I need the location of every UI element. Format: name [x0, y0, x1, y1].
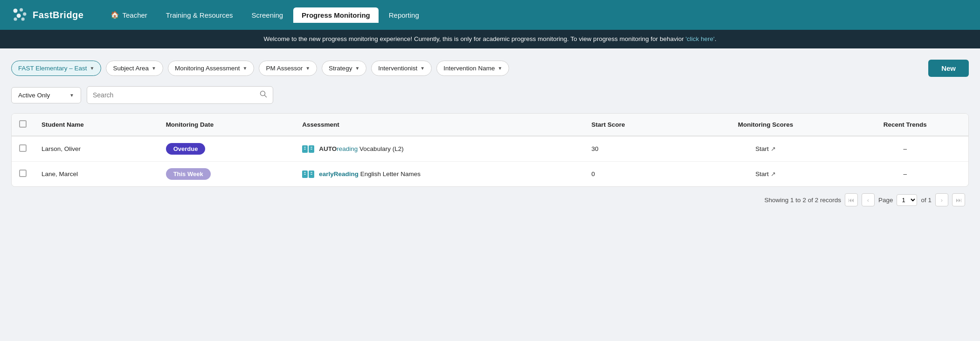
pm-chevron-down-icon: ▼ — [305, 66, 310, 71]
assessment-bold-label: AUTO — [319, 145, 337, 152]
assessment-bold-label: early — [319, 170, 334, 177]
table-row: Larson, OliverOverdue AUTOreading Vocabu… — [12, 136, 968, 162]
showing-text: Showing 1 to 2 of 2 records — [765, 197, 841, 204]
school-filter-dropdown[interactable]: FAST Elementary – East ▼ — [11, 61, 101, 76]
nav-progress-monitoring[interactable]: Progress Monitoring — [293, 7, 379, 23]
row-checkbox-cell — [12, 136, 34, 162]
monitoring-date-cell: This Week — [159, 162, 295, 187]
search-input[interactable] — [93, 91, 256, 99]
strategy-chevron-down-icon: ▼ — [355, 66, 359, 71]
search-box — [87, 86, 273, 104]
start-score-link[interactable]: Start ↗︎ — [697, 145, 835, 152]
nav-screening[interactable]: Screening — [243, 7, 292, 23]
monitoring-scores-cell: Start ↗︎ — [690, 136, 842, 162]
svg-line-7 — [265, 95, 267, 97]
assessment-colored-label: Reading — [334, 170, 359, 177]
col-header-monitoring-scores: Monitoring Scores — [690, 114, 842, 136]
monitoring-date-badge[interactable]: This Week — [166, 168, 211, 180]
monitoring-date-badge[interactable]: Overdue — [166, 143, 206, 155]
start-score-link[interactable]: Start ↗︎ — [697, 170, 835, 177]
pm-assessor-filter-dropdown[interactable]: PM Assessor ▼ — [259, 61, 317, 76]
col-header-start-score: Start Score — [584, 114, 690, 136]
nav-teacher[interactable]: 🏠 Teacher — [102, 7, 155, 23]
row-checkbox-cell — [12, 162, 34, 187]
start-score-cell: 0 — [584, 162, 690, 187]
filter-row: FAST Elementary – East ▼ Subject Area ▼ … — [11, 60, 969, 77]
external-link-icon: ↗︎ — [771, 145, 776, 152]
data-table: Student Name Monitoring Date Assessment … — [11, 113, 969, 187]
svg-point-1 — [20, 8, 23, 12]
last-page-button[interactable]: ⏭ — [952, 193, 965, 206]
monitoring-scores-cell: Start ↗︎ — [690, 162, 842, 187]
svg-rect-13 — [311, 149, 312, 150]
home-icon: 🏠 — [110, 11, 119, 19]
svg-rect-10 — [304, 147, 306, 148]
page-label: Page — [878, 197, 893, 204]
main-content: FAST Elementary – East ▼ Subject Area ▼ … — [0, 48, 980, 216]
monitoring-assessment-filter-dropdown[interactable]: Monitoring Assessment ▼ — [168, 61, 254, 76]
svg-rect-19 — [311, 174, 312, 175]
svg-rect-11 — [304, 149, 306, 150]
col-header-assessment: Assessment — [295, 114, 584, 136]
pagination-row: Showing 1 to 2 of 2 records ⏮ ‹ Page 1 o… — [11, 187, 969, 208]
select-all-header[interactable] — [12, 114, 34, 136]
student-name-cell: Larson, Oliver — [34, 136, 159, 162]
navbar: FastBridge 🏠 Teacher Training & Resource… — [0, 0, 980, 30]
interventionist-chevron-down-icon: ▼ — [420, 66, 425, 71]
brand-logo-icon — [11, 7, 28, 23]
next-page-button[interactable]: › — [935, 193, 948, 206]
first-page-button[interactable]: ⏮ — [845, 193, 858, 206]
prev-page-button[interactable]: ‹ — [862, 193, 875, 206]
monitoring-date-cell: Overdue — [159, 136, 295, 162]
new-button[interactable]: New — [928, 60, 969, 77]
assessment-cell: earlyReading English Letter Names — [295, 162, 584, 187]
nav-items: 🏠 Teacher Training & Resources Screening… — [102, 7, 969, 23]
col-header-monitoring-date: Monitoring Date — [159, 114, 295, 136]
assessment-detail: English Letter Names — [360, 170, 421, 177]
assessment-detail: Vocabulary (L2) — [359, 145, 404, 152]
assessment-colored-label: reading — [337, 145, 358, 152]
subject-chevron-down-icon: ▼ — [152, 66, 156, 71]
select-all-checkbox[interactable] — [19, 120, 27, 128]
nav-training[interactable]: Training & Resources — [158, 7, 242, 23]
recent-trends-cell: – — [842, 136, 968, 162]
auto-reading-icon — [302, 144, 315, 154]
col-header-recent-trends: Recent Trends — [842, 114, 968, 136]
svg-rect-17 — [304, 174, 306, 175]
brand-name: FastBridge — [33, 10, 83, 20]
page-select[interactable]: 1 — [897, 194, 917, 206]
svg-point-0 — [14, 9, 18, 13]
strategy-filter-dropdown[interactable]: Strategy ▼ — [322, 61, 366, 76]
row-checkbox[interactable] — [19, 144, 27, 152]
brand: FastBridge — [11, 7, 83, 23]
col-header-student-name: Student Name — [34, 114, 159, 136]
behavior-pm-link[interactable]: 'click here' — [685, 35, 714, 42]
svg-rect-12 — [311, 147, 312, 148]
external-link-icon: ↗︎ — [771, 170, 776, 177]
svg-point-3 — [17, 14, 21, 18]
table-row: Lane, MarcelThis Week earlyReading Engli… — [12, 162, 968, 187]
active-only-dropdown[interactable]: Active Only ▼ — [11, 87, 81, 103]
svg-point-5 — [21, 17, 25, 20]
early-reading-icon — [302, 169, 315, 179]
search-icon — [260, 90, 267, 100]
of-label: of 1 — [921, 197, 932, 204]
monitoring-chevron-down-icon: ▼ — [243, 66, 248, 71]
table-header-row: Student Name Monitoring Date Assessment … — [12, 114, 968, 136]
svg-point-4 — [14, 17, 17, 20]
interventionist-filter-dropdown[interactable]: Interventionist ▼ — [371, 61, 432, 76]
active-only-chevron-down-icon: ▼ — [69, 93, 74, 98]
intervention-name-chevron-down-icon: ▼ — [498, 66, 503, 71]
intervention-name-filter-dropdown[interactable]: Intervention Name ▼ — [436, 61, 509, 76]
svg-point-2 — [23, 13, 26, 16]
search-row: Active Only ▼ — [11, 86, 969, 104]
subject-area-filter-dropdown[interactable]: Subject Area ▼ — [106, 61, 163, 76]
svg-rect-16 — [304, 172, 306, 173]
svg-rect-18 — [311, 172, 312, 173]
nav-reporting[interactable]: Reporting — [380, 7, 428, 23]
start-score-cell: 30 — [584, 136, 690, 162]
school-chevron-down-icon: ▼ — [90, 66, 95, 71]
announcement-banner: Welcome to the new progress monitoring e… — [0, 30, 980, 48]
row-checkbox[interactable] — [19, 170, 27, 177]
recent-trends-cell: – — [842, 162, 968, 187]
